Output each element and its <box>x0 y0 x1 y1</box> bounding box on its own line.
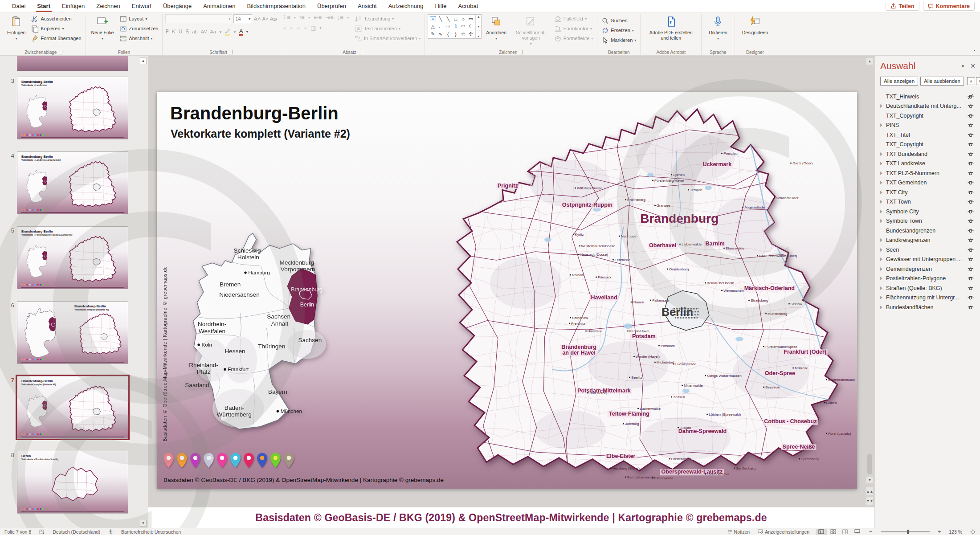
outdent-button[interactable]: ⇤≡ <box>314 14 322 21</box>
layout-button[interactable]: Layout ▾ <box>118 14 159 23</box>
visibility-eye-icon[interactable] <box>966 122 976 128</box>
slide-thumbnail-2-partial[interactable] <box>17 56 128 71</box>
selection-item-label[interactable]: TXT PLZ-5-Nummern <box>886 170 966 176</box>
quick-styles-button[interactable]: Schnellformat-vorlagen ▾ <box>511 14 551 47</box>
selection-item-label[interactable]: Symbole City <box>886 208 966 215</box>
slide-sorter-view-button[interactable] <box>828 529 839 535</box>
selection-item-label[interactable]: PINS <box>886 122 966 128</box>
spellcheck-icon[interactable] <box>37 528 46 535</box>
slide-subtitle[interactable]: Vektorkarte komplett (Variante #2) <box>171 127 350 140</box>
map-pin-icon[interactable] <box>203 453 214 470</box>
share-button[interactable]: Teilen <box>886 2 919 11</box>
next-slide-button[interactable]: ▼▼ <box>866 497 873 505</box>
slideshow-view-button[interactable] <box>852 529 863 535</box>
menu-tab-einfügen[interactable]: Einfügen <box>56 0 90 12</box>
menu-tab-aufzeichnung[interactable]: Aufzeichnung <box>383 0 429 12</box>
map-pins-legend[interactable] <box>163 453 294 470</box>
selection-item[interactable]: Gemeindegrenzen <box>880 264 976 274</box>
shape-icon[interactable]: △ <box>431 24 435 29</box>
zoom-level[interactable]: 123 % <box>947 528 964 535</box>
expand-icon[interactable] <box>880 152 886 156</box>
map-pin-icon[interactable] <box>216 453 228 470</box>
selection-item[interactable]: PINS <box>880 121 976 131</box>
italic-button[interactable]: K <box>172 29 176 35</box>
selection-item[interactable]: TXT_Copyright <box>880 111 976 121</box>
align-text-button[interactable]: Text ausrichten▾ <box>353 24 422 33</box>
shape-icon[interactable]: ☾ <box>469 24 473 29</box>
selection-item-label[interactable]: TXT Town <box>886 199 966 205</box>
shape-outline-button[interactable]: Formkontur▾ <box>553 24 595 33</box>
selection-item[interactable]: TXT_Copyright <box>880 140 976 150</box>
numbering-button[interactable]: ¹≡ <box>299 14 305 21</box>
select-button[interactable]: Markieren ▾ <box>600 36 637 45</box>
selection-item-label[interactable]: Flächennutzung mit Untergr... <box>886 294 966 301</box>
expand-icon[interactable] <box>880 172 886 175</box>
shape-icon[interactable]: ☆ <box>461 31 466 37</box>
menu-tab-entwurf[interactable]: Entwurf <box>126 0 157 12</box>
clear-format-button[interactable]: A⌀ <box>270 16 277 22</box>
expand-icon[interactable] <box>880 181 886 184</box>
font-size-combo[interactable]: 14▾ <box>233 14 252 23</box>
expand-icon[interactable] <box>880 210 886 213</box>
selection-item-label[interactable]: TXT_Copyright <box>886 113 966 119</box>
dialog-launcher-icon[interactable] <box>58 50 62 54</box>
slide-title[interactable]: Brandenburg-Berlin <box>170 103 339 123</box>
menu-tab-start[interactable]: Start <box>31 0 56 12</box>
paste-button[interactable]: Einfügen ▾ <box>4 14 28 42</box>
selection-item[interactable]: Symbole Town <box>880 216 976 226</box>
visibility-eye-icon[interactable] <box>966 170 976 176</box>
selection-item-label[interactable]: TXT City <box>886 189 966 196</box>
selection-item[interactable]: TXT Town <box>880 197 976 207</box>
show-all-button[interactable]: Alle anzeigen <box>880 77 918 86</box>
expand-icon[interactable] <box>880 191 886 194</box>
shape-icon[interactable]: } <box>455 32 457 37</box>
zoom-slider[interactable] <box>881 531 930 532</box>
new-slide-button[interactable]: Neue Folie ▾ <box>89 14 117 42</box>
expand-icon[interactable] <box>880 306 886 309</box>
format-painter-button[interactable]: Format übertragen <box>30 34 82 43</box>
section-button[interactable]: Abschnitt ▾ <box>118 34 159 43</box>
visibility-eye-icon[interactable] <box>966 151 976 157</box>
slide-thumbnail-8[interactable]: BerlinVektorkarte + Postleitzahlen 5-ste… <box>17 451 128 514</box>
germany-overview-map[interactable]: Schleswig-HolsteinMecklenburg-Vorpommern… <box>174 223 343 441</box>
map-pin-icon[interactable] <box>176 453 188 470</box>
dialog-launcher-icon[interactable] <box>229 50 233 54</box>
expand-icon[interactable] <box>880 219 886 223</box>
menu-tab-animationen[interactable]: Animationen <box>197 0 241 12</box>
selection-item[interactable]: Bundeslandflächen <box>880 302 976 312</box>
selection-item-label[interactable]: TXT_Titel <box>886 132 966 138</box>
slide-thumbnail-6[interactable]: Brandenburg-BerlinVektorkarte komplett (… <box>17 301 128 364</box>
shapes-gallery[interactable]: A╲╲□○▭△⌐⇨⇩◠☾✎∿{}☆✣ ▲▼▼̲ <box>428 14 482 39</box>
font-name-combo[interactable]: ▾ <box>165 14 232 23</box>
editing-canvas[interactable]: Brandenburg-Berlin Vektorkarte komplett … <box>148 56 874 528</box>
shape-icon[interactable]: ✣ <box>469 31 473 37</box>
menu-tab-acrobat[interactable]: Acrobat <box>452 0 484 12</box>
menu-tab-bildschirmpräsentation[interactable]: Bildschirmpräsentation <box>241 0 311 12</box>
expand-icon[interactable] <box>880 200 886 204</box>
selection-item[interactable]: Deutschlandkarte mit Unterg... <box>880 102 976 111</box>
move-up-button[interactable]: ∧ <box>967 77 975 85</box>
dictate-button[interactable]: Diktieren ▾ <box>706 14 730 42</box>
shape-effects-button[interactable]: Formeffekte▾ <box>553 34 595 43</box>
shape-icon[interactable]: ╲ <box>439 16 442 22</box>
visibility-eye-icon[interactable] <box>966 199 976 205</box>
visibility-eye-icon[interactable] <box>966 285 976 291</box>
justify-button[interactable]: ≡ <box>304 25 307 31</box>
selection-item[interactable]: Gewässer mit Untergruppen ... <box>880 255 976 265</box>
expand-icon[interactable] <box>880 296 886 299</box>
align-right-button[interactable]: ≡ <box>297 25 300 31</box>
selection-item-label[interactable]: TXT Gemeinden <box>886 180 966 186</box>
bullets-button[interactable]: ⠇≡ <box>283 14 290 21</box>
visibility-eye-icon[interactable] <box>966 247 976 253</box>
menu-tab-hilfe[interactable]: Hilfe <box>429 0 452 12</box>
convert-smartart-button[interactable]: In SmartArt konvertieren▾ <box>353 34 422 43</box>
visibility-eye-off-icon[interactable] <box>966 94 976 100</box>
slide-thumbnail-5[interactable]: Brandenburg-BerlinVektorkarte + Postleit… <box>17 226 128 289</box>
visibility-eye-icon[interactable] <box>966 256 976 262</box>
dialog-launcher-icon[interactable] <box>519 50 523 54</box>
expand-icon[interactable] <box>880 257 886 261</box>
selection-item-label[interactable]: Gemeindegrenzen <box>886 266 966 272</box>
expand-icon[interactable] <box>880 267 886 271</box>
close-icon[interactable]: ✕ <box>970 62 976 69</box>
shadow-button[interactable]: ab <box>192 29 197 34</box>
